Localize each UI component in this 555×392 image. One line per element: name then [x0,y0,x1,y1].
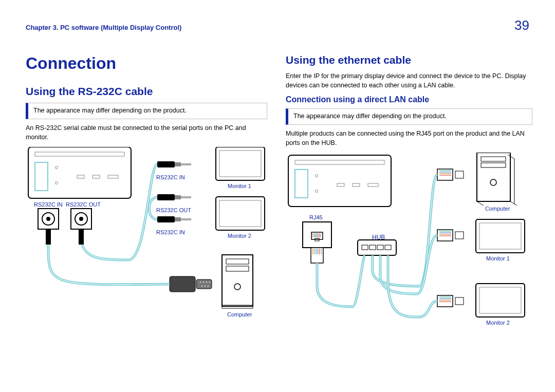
svg-rect-43 [288,155,391,207]
label-monitor1: Monitor 1 [228,183,251,189]
content-columns: Connection Using the RS-232C cable The a… [26,54,529,338]
jack-plug-icon [157,194,191,200]
label-rs232c-in-left: RS232C IN [34,201,63,208]
section-ethernet: Using the ethernet cable [286,54,532,66]
svg-point-38 [201,286,202,287]
svg-rect-79 [476,219,525,253]
jack-plug-icon [157,161,191,167]
svg-rect-41 [46,229,51,245]
label-monitor1-r: Monitor 1 [486,255,510,262]
label-computer: Computer [227,311,252,318]
label-rs232c-out-mid: RS232C OUT [156,207,191,213]
left-column: Connection Using the RS-232C cable The a… [26,54,267,338]
svg-rect-33 [196,279,212,289]
svg-rect-19 [181,196,191,198]
svg-point-35 [203,282,204,283]
right-column: Using the ethernet cable Enter the IP fo… [286,54,532,338]
svg-line-75 [510,201,517,206]
section-rs232c: Using the RS-232C cable [26,85,267,98]
svg-rect-32 [170,276,195,292]
svg-rect-88 [455,171,464,178]
label-monitor2-r: Monitor 2 [486,320,510,326]
rj45-plug-icon [437,295,464,307]
svg-rect-22 [181,218,191,220]
svg-rect-23 [216,147,265,180]
label-hub: HUB [372,234,385,241]
svg-rect-21 [175,217,181,221]
body-ethernet-1: Enter the IP for the primary display dev… [286,71,532,90]
label-rs232c-in-bot: RS232C IN [156,229,185,235]
body-rs232c: An RS-232C serial cable must be connecte… [26,123,267,142]
diagram-rs232c: RS232C IN RS232C OUT RS232C IN RS232C OU… [26,147,267,322]
chapter-label: Chapter 3. PC software (Multiple Display… [26,24,181,31]
note-rs232c: The appearance may differ depending on t… [26,103,267,119]
svg-rect-14 [157,161,175,167]
svg-rect-16 [181,163,191,165]
db9-connector-icon [170,276,212,292]
page-title: Connection [26,54,267,73]
rj45-plug-icon [437,169,464,180]
rj45-plug-icon [437,230,464,241]
svg-rect-18 [175,195,181,199]
body-ethernet-2: Multiple products can be connected using… [286,129,532,147]
label-rs232c-out-left: RS232C OUT [66,201,101,208]
svg-rect-71 [477,153,510,201]
label-rs232c-in-top: RS232C IN [156,174,185,180]
svg-rect-42 [79,229,84,245]
label-rj45: RJ45 [309,214,323,220]
label-computer-r: Computer [485,206,510,212]
page-header: Chapter 3. PC software (Multiple Display… [26,17,529,33]
svg-rect-51 [303,222,331,248]
svg-point-34 [200,282,201,283]
svg-point-39 [205,286,206,287]
svg-rect-15 [175,162,181,166]
page-number: 39 [514,17,529,33]
svg-rect-100 [455,297,464,305]
svg-point-37 [209,282,210,283]
diagram-ethernet: RJ45 HUB Computer Monitor 1 Monitor 2 [286,153,532,338]
svg-point-13 [79,217,83,221]
svg-rect-25 [216,197,265,230]
svg-rect-81 [476,284,525,317]
svg-point-40 [208,286,209,287]
svg-rect-20 [157,216,175,222]
svg-line-74 [477,201,484,206]
label-monitor2: Monitor 2 [228,233,251,239]
svg-rect-27 [222,255,253,306]
svg-rect-17 [157,194,175,200]
svg-rect-94 [455,232,464,239]
note-lan: The appearance may differ depending on t… [286,108,532,125]
svg-point-10 [46,217,50,221]
ethernet-diagram-svg [286,153,532,338]
subsection-lan: Connection using a direct LAN cable [286,95,532,104]
svg-point-36 [206,282,207,283]
jack-plug-icon [157,216,191,222]
